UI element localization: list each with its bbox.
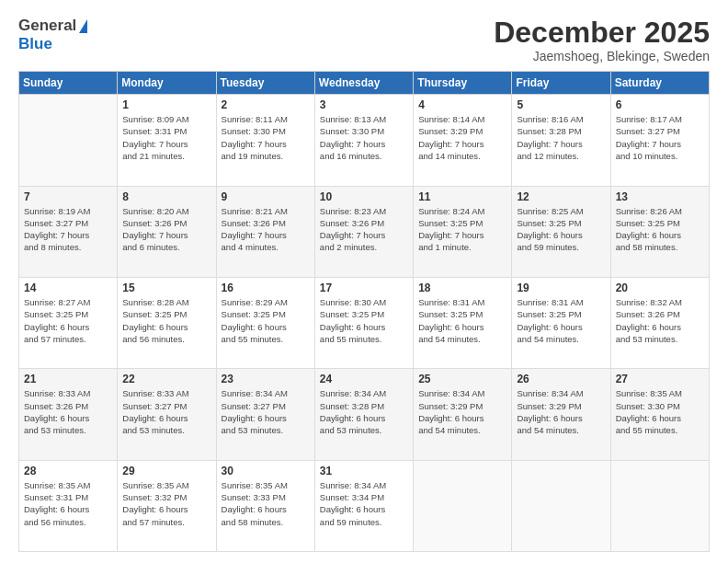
calendar-cell: 4Sunrise: 8:14 AM Sunset: 3:29 PM Daylig…	[414, 95, 512, 186]
calendar-cell: 21Sunrise: 8:33 AM Sunset: 3:26 PM Dayli…	[19, 369, 118, 460]
day-number: 29	[122, 465, 210, 477]
day-number: 2	[222, 98, 310, 111]
calendar-week-row: 7Sunrise: 8:19 AM Sunset: 3:27 PM Daylig…	[19, 186, 710, 277]
calendar-dow-friday: Friday	[512, 72, 610, 95]
day-number: 20	[616, 282, 704, 294]
calendar-cell: 2Sunrise: 8:11 AM Sunset: 3:30 PM Daylig…	[216, 95, 314, 186]
day-number: 24	[320, 373, 408, 385]
calendar-dow-wednesday: Wednesday	[314, 72, 413, 95]
calendar-table: SundayMondayTuesdayWednesdayThursdayFrid…	[18, 71, 710, 552]
calendar-cell: 3Sunrise: 8:13 AM Sunset: 3:30 PM Daylig…	[314, 95, 413, 186]
day-info: Sunrise: 8:25 AM Sunset: 3:25 PM Dayligh…	[517, 205, 605, 254]
logo-icon	[79, 19, 87, 33]
day-info: Sunrise: 8:26 AM Sunset: 3:25 PM Dayligh…	[616, 205, 704, 254]
day-number: 6	[616, 98, 704, 111]
day-info: Sunrise: 8:13 AM Sunset: 3:30 PM Dayligh…	[320, 113, 408, 162]
calendar-dow-tuesday: Tuesday	[216, 72, 314, 95]
day-info: Sunrise: 8:31 AM Sunset: 3:25 PM Dayligh…	[418, 296, 506, 345]
day-number: 15	[122, 282, 210, 294]
day-number: 18	[418, 282, 506, 294]
day-info: Sunrise: 8:35 AM Sunset: 3:33 PM Dayligh…	[222, 479, 310, 528]
calendar-cell: 5Sunrise: 8:16 AM Sunset: 3:28 PM Daylig…	[512, 95, 610, 186]
calendar-cell: 6Sunrise: 8:17 AM Sunset: 3:27 PM Daylig…	[610, 95, 709, 186]
day-number: 25	[418, 373, 506, 385]
day-number: 17	[320, 282, 408, 294]
day-number: 9	[222, 190, 310, 203]
day-info: Sunrise: 8:23 AM Sunset: 3:26 PM Dayligh…	[320, 205, 408, 254]
calendar-cell: 24Sunrise: 8:34 AM Sunset: 3:28 PM Dayli…	[314, 369, 413, 460]
day-info: Sunrise: 8:20 AM Sunset: 3:26 PM Dayligh…	[122, 205, 210, 254]
day-number: 13	[616, 190, 704, 203]
calendar-cell: 1Sunrise: 8:09 AM Sunset: 3:31 PM Daylig…	[118, 95, 216, 186]
day-info: Sunrise: 8:34 AM Sunset: 3:27 PM Dayligh…	[222, 387, 310, 436]
calendar-cell: 15Sunrise: 8:28 AM Sunset: 3:25 PM Dayli…	[118, 277, 216, 368]
day-number: 28	[24, 465, 112, 477]
day-info: Sunrise: 8:34 AM Sunset: 3:29 PM Dayligh…	[418, 387, 506, 436]
day-number: 19	[517, 282, 605, 294]
main-title: December 2025	[494, 17, 710, 49]
calendar-cell: 22Sunrise: 8:33 AM Sunset: 3:27 PM Dayli…	[118, 369, 216, 460]
calendar-cell: 20Sunrise: 8:32 AM Sunset: 3:26 PM Dayli…	[610, 277, 709, 368]
day-info: Sunrise: 8:31 AM Sunset: 3:25 PM Dayligh…	[517, 296, 605, 345]
calendar-cell	[512, 460, 610, 551]
calendar-week-row: 21Sunrise: 8:33 AM Sunset: 3:26 PM Dayli…	[19, 369, 710, 460]
calendar-cell: 25Sunrise: 8:34 AM Sunset: 3:29 PM Dayli…	[414, 369, 512, 460]
header: General Blue December 2025 Jaemshoeg, Bl…	[18, 17, 710, 63]
calendar-cell: 18Sunrise: 8:31 AM Sunset: 3:25 PM Dayli…	[414, 277, 512, 368]
calendar-cell: 31Sunrise: 8:34 AM Sunset: 3:34 PM Dayli…	[314, 460, 413, 551]
day-info: Sunrise: 8:35 AM Sunset: 3:30 PM Dayligh…	[616, 387, 704, 436]
day-number: 4	[418, 98, 506, 111]
day-number: 7	[24, 190, 112, 203]
calendar-cell: 12Sunrise: 8:25 AM Sunset: 3:25 PM Dayli…	[512, 186, 610, 277]
calendar-cell	[414, 460, 512, 551]
day-number: 10	[320, 190, 408, 203]
day-number: 1	[122, 98, 210, 111]
calendar-week-row: 28Sunrise: 8:35 AM Sunset: 3:31 PM Dayli…	[19, 460, 710, 551]
calendar-cell: 13Sunrise: 8:26 AM Sunset: 3:25 PM Dayli…	[610, 186, 709, 277]
logo-blue-text: Blue	[18, 35, 52, 52]
calendar-cell: 23Sunrise: 8:34 AM Sunset: 3:27 PM Dayli…	[216, 369, 314, 460]
calendar-dow-monday: Monday	[118, 72, 216, 95]
day-number: 14	[24, 282, 112, 294]
day-number: 16	[222, 282, 310, 294]
calendar-cell: 30Sunrise: 8:35 AM Sunset: 3:33 PM Dayli…	[216, 460, 314, 551]
calendar-week-row: 1Sunrise: 8:09 AM Sunset: 3:31 PM Daylig…	[19, 95, 710, 186]
day-info: Sunrise: 8:19 AM Sunset: 3:27 PM Dayligh…	[24, 205, 112, 254]
calendar-week-row: 14Sunrise: 8:27 AM Sunset: 3:25 PM Dayli…	[19, 277, 710, 368]
day-info: Sunrise: 8:30 AM Sunset: 3:25 PM Dayligh…	[320, 296, 408, 345]
calendar-header-row: SundayMondayTuesdayWednesdayThursdayFrid…	[19, 72, 710, 95]
day-info: Sunrise: 8:34 AM Sunset: 3:29 PM Dayligh…	[517, 387, 605, 436]
day-info: Sunrise: 8:33 AM Sunset: 3:26 PM Dayligh…	[24, 387, 112, 436]
day-number: 21	[24, 373, 112, 385]
subtitle: Jaemshoeg, Blekinge, Sweden	[494, 49, 710, 63]
calendar-cell: 17Sunrise: 8:30 AM Sunset: 3:25 PM Dayli…	[314, 277, 413, 368]
calendar-cell	[610, 460, 709, 551]
calendar-dow-saturday: Saturday	[610, 72, 709, 95]
day-info: Sunrise: 8:29 AM Sunset: 3:25 PM Dayligh…	[222, 296, 310, 345]
logo-general-text: General	[18, 17, 76, 35]
calendar-dow-thursday: Thursday	[414, 72, 512, 95]
day-info: Sunrise: 8:11 AM Sunset: 3:30 PM Dayligh…	[222, 113, 310, 162]
calendar-cell: 11Sunrise: 8:24 AM Sunset: 3:25 PM Dayli…	[414, 186, 512, 277]
calendar-cell	[19, 95, 118, 186]
page: General Blue December 2025 Jaemshoeg, Bl…	[0, 0, 728, 563]
day-info: Sunrise: 8:17 AM Sunset: 3:27 PM Dayligh…	[616, 113, 704, 162]
calendar-cell: 8Sunrise: 8:20 AM Sunset: 3:26 PM Daylig…	[118, 186, 216, 277]
day-number: 22	[122, 373, 210, 385]
calendar-cell: 9Sunrise: 8:21 AM Sunset: 3:26 PM Daylig…	[216, 186, 314, 277]
day-number: 5	[517, 98, 605, 111]
day-number: 30	[222, 465, 310, 477]
calendar-dow-sunday: Sunday	[19, 72, 118, 95]
day-info: Sunrise: 8:35 AM Sunset: 3:31 PM Dayligh…	[24, 479, 112, 528]
logo: General Blue	[18, 17, 87, 53]
day-info: Sunrise: 8:34 AM Sunset: 3:28 PM Dayligh…	[320, 387, 408, 436]
day-number: 27	[616, 373, 704, 385]
calendar-cell: 26Sunrise: 8:34 AM Sunset: 3:29 PM Dayli…	[512, 369, 610, 460]
day-number: 12	[517, 190, 605, 203]
day-info: Sunrise: 8:21 AM Sunset: 3:26 PM Dayligh…	[222, 205, 310, 254]
day-number: 11	[418, 190, 506, 203]
calendar-cell: 19Sunrise: 8:31 AM Sunset: 3:25 PM Dayli…	[512, 277, 610, 368]
day-number: 3	[320, 98, 408, 111]
day-info: Sunrise: 8:32 AM Sunset: 3:26 PM Dayligh…	[616, 296, 704, 345]
calendar-cell: 16Sunrise: 8:29 AM Sunset: 3:25 PM Dayli…	[216, 277, 314, 368]
